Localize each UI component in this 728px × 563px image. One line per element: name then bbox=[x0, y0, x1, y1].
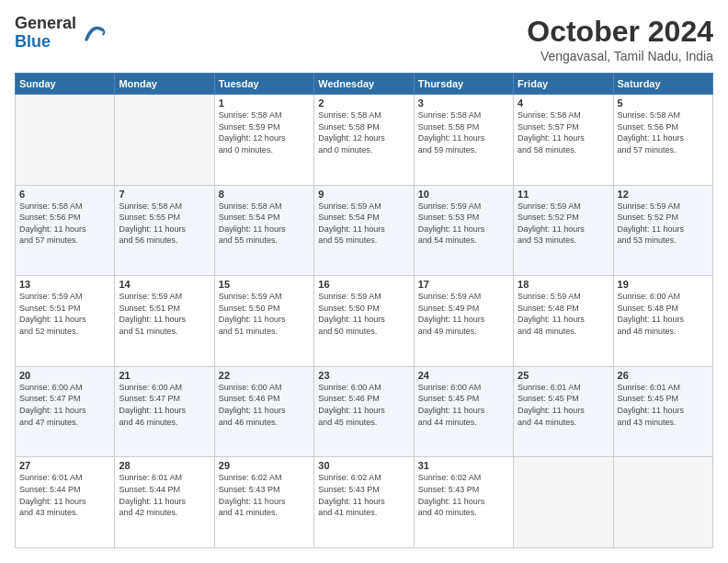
col-monday: Monday bbox=[115, 74, 214, 95]
day-cell: 29Sunrise: 6:02 AM Sunset: 5:43 PM Dayli… bbox=[214, 457, 313, 548]
day-number: 20 bbox=[19, 370, 110, 381]
day-info: Sunrise: 5:58 AM Sunset: 5:55 PM Dayligh… bbox=[119, 201, 210, 247]
day-info: Sunrise: 6:00 AM Sunset: 5:48 PM Dayligh… bbox=[618, 291, 709, 337]
day-cell: 10Sunrise: 5:59 AM Sunset: 5:53 PM Dayli… bbox=[414, 185, 513, 276]
week-row-2: 6Sunrise: 5:58 AM Sunset: 5:56 PM Daylig… bbox=[16, 185, 713, 276]
logo-general-text: General bbox=[15, 14, 76, 32]
calendar-subtitle: Vengavasal, Tamil Nadu, India bbox=[527, 49, 713, 63]
day-info: Sunrise: 5:59 AM Sunset: 5:50 PM Dayligh… bbox=[219, 291, 310, 337]
day-info: Sunrise: 6:00 AM Sunset: 5:45 PM Dayligh… bbox=[418, 382, 509, 428]
day-cell: 5Sunrise: 5:58 AM Sunset: 5:56 PM Daylig… bbox=[613, 95, 712, 186]
day-cell: 6Sunrise: 5:58 AM Sunset: 5:56 PM Daylig… bbox=[16, 185, 115, 276]
day-info: Sunrise: 5:59 AM Sunset: 5:52 PM Dayligh… bbox=[518, 201, 609, 247]
day-cell: 25Sunrise: 6:01 AM Sunset: 5:45 PM Dayli… bbox=[514, 366, 613, 457]
day-number: 1 bbox=[219, 98, 310, 109]
day-info: Sunrise: 6:00 AM Sunset: 5:46 PM Dayligh… bbox=[219, 382, 310, 428]
day-info: Sunrise: 6:01 AM Sunset: 5:44 PM Dayligh… bbox=[119, 472, 210, 518]
day-number: 18 bbox=[518, 279, 609, 290]
day-cell: 27Sunrise: 6:01 AM Sunset: 5:44 PM Dayli… bbox=[16, 457, 115, 548]
day-number: 28 bbox=[119, 460, 210, 471]
day-cell: 30Sunrise: 6:02 AM Sunset: 5:43 PM Dayli… bbox=[314, 457, 414, 548]
day-info: Sunrise: 6:02 AM Sunset: 5:43 PM Dayligh… bbox=[418, 472, 509, 518]
day-info: Sunrise: 6:01 AM Sunset: 5:44 PM Dayligh… bbox=[19, 472, 110, 518]
day-number: 13 bbox=[19, 279, 110, 290]
day-number: 15 bbox=[219, 279, 310, 290]
day-cell bbox=[613, 457, 712, 548]
col-wednesday: Wednesday bbox=[314, 74, 414, 95]
day-info: Sunrise: 5:58 AM Sunset: 5:56 PM Dayligh… bbox=[19, 201, 110, 247]
day-number: 11 bbox=[518, 189, 609, 200]
day-number: 4 bbox=[518, 98, 609, 109]
day-number: 30 bbox=[318, 460, 409, 471]
day-number: 12 bbox=[618, 189, 709, 200]
day-info: Sunrise: 5:59 AM Sunset: 5:52 PM Dayligh… bbox=[618, 201, 709, 247]
day-number: 23 bbox=[318, 370, 409, 381]
day-cell bbox=[115, 95, 214, 186]
col-saturday: Saturday bbox=[613, 74, 712, 95]
day-cell: 13Sunrise: 5:59 AM Sunset: 5:51 PM Dayli… bbox=[16, 276, 115, 367]
day-info: Sunrise: 6:00 AM Sunset: 5:47 PM Dayligh… bbox=[119, 382, 210, 428]
day-cell: 2Sunrise: 5:58 AM Sunset: 5:58 PM Daylig… bbox=[314, 95, 414, 186]
day-number: 29 bbox=[219, 460, 310, 471]
day-cell: 3Sunrise: 5:58 AM Sunset: 5:58 PM Daylig… bbox=[414, 95, 513, 186]
day-number: 26 bbox=[618, 370, 709, 381]
day-info: Sunrise: 5:59 AM Sunset: 5:49 PM Dayligh… bbox=[418, 291, 509, 337]
header-row: Sunday Monday Tuesday Wednesday Thursday… bbox=[16, 74, 713, 95]
logo: General Blue bbox=[15, 15, 106, 52]
day-number: 16 bbox=[318, 279, 409, 290]
day-info: Sunrise: 5:59 AM Sunset: 5:51 PM Dayligh… bbox=[19, 291, 110, 337]
day-number: 5 bbox=[618, 98, 709, 109]
day-cell: 15Sunrise: 5:59 AM Sunset: 5:50 PM Dayli… bbox=[214, 276, 313, 367]
logo-blue-text: Blue bbox=[15, 32, 51, 51]
day-cell: 20Sunrise: 6:00 AM Sunset: 5:47 PM Dayli… bbox=[16, 366, 115, 457]
col-sunday: Sunday bbox=[16, 74, 115, 95]
day-number: 22 bbox=[219, 370, 310, 381]
col-thursday: Thursday bbox=[414, 74, 513, 95]
day-number: 2 bbox=[318, 98, 409, 109]
day-cell bbox=[514, 457, 613, 548]
day-number: 19 bbox=[618, 279, 709, 290]
day-number: 31 bbox=[418, 460, 509, 471]
day-info: Sunrise: 5:59 AM Sunset: 5:53 PM Dayligh… bbox=[418, 201, 509, 247]
col-tuesday: Tuesday bbox=[214, 74, 313, 95]
day-number: 24 bbox=[418, 370, 509, 381]
day-info: Sunrise: 6:02 AM Sunset: 5:43 PM Dayligh… bbox=[219, 472, 310, 518]
page: General Blue October 2024 Vengavasal, Ta… bbox=[0, 0, 728, 563]
day-cell: 28Sunrise: 6:01 AM Sunset: 5:44 PM Dayli… bbox=[115, 457, 214, 548]
day-cell: 16Sunrise: 5:59 AM Sunset: 5:50 PM Dayli… bbox=[314, 276, 414, 367]
day-cell: 26Sunrise: 6:01 AM Sunset: 5:45 PM Dayli… bbox=[613, 366, 712, 457]
day-info: Sunrise: 5:58 AM Sunset: 5:54 PM Dayligh… bbox=[219, 201, 310, 247]
day-number: 8 bbox=[219, 189, 310, 200]
day-cell: 12Sunrise: 5:59 AM Sunset: 5:52 PM Dayli… bbox=[613, 185, 712, 276]
day-info: Sunrise: 5:58 AM Sunset: 5:58 PM Dayligh… bbox=[318, 109, 409, 155]
day-cell: 31Sunrise: 6:02 AM Sunset: 5:43 PM Dayli… bbox=[414, 457, 513, 548]
day-info: Sunrise: 6:01 AM Sunset: 5:45 PM Dayligh… bbox=[618, 382, 709, 428]
day-info: Sunrise: 6:00 AM Sunset: 5:47 PM Dayligh… bbox=[19, 382, 110, 428]
week-row-1: 1Sunrise: 5:58 AM Sunset: 5:59 PM Daylig… bbox=[16, 95, 713, 186]
day-cell: 4Sunrise: 5:58 AM Sunset: 5:57 PM Daylig… bbox=[514, 95, 613, 186]
week-row-3: 13Sunrise: 5:59 AM Sunset: 5:51 PM Dayli… bbox=[16, 276, 713, 367]
day-number: 21 bbox=[119, 370, 210, 381]
day-number: 7 bbox=[119, 189, 210, 200]
day-cell: 14Sunrise: 5:59 AM Sunset: 5:51 PM Dayli… bbox=[115, 276, 214, 367]
day-info: Sunrise: 6:01 AM Sunset: 5:45 PM Dayligh… bbox=[518, 382, 609, 428]
day-cell: 9Sunrise: 5:59 AM Sunset: 5:54 PM Daylig… bbox=[314, 185, 414, 276]
day-cell: 23Sunrise: 6:00 AM Sunset: 5:46 PM Dayli… bbox=[314, 366, 414, 457]
day-info: Sunrise: 5:58 AM Sunset: 5:56 PM Dayligh… bbox=[618, 109, 709, 155]
header: General Blue October 2024 Vengavasal, Ta… bbox=[15, 15, 713, 63]
day-cell bbox=[16, 95, 115, 186]
day-number: 14 bbox=[119, 279, 210, 290]
day-cell: 17Sunrise: 5:59 AM Sunset: 5:49 PM Dayli… bbox=[414, 276, 513, 367]
day-cell: 21Sunrise: 6:00 AM Sunset: 5:47 PM Dayli… bbox=[115, 366, 214, 457]
day-cell: 18Sunrise: 5:59 AM Sunset: 5:48 PM Dayli… bbox=[514, 276, 613, 367]
day-info: Sunrise: 5:59 AM Sunset: 5:48 PM Dayligh… bbox=[518, 291, 609, 337]
day-number: 25 bbox=[518, 370, 609, 381]
day-info: Sunrise: 5:59 AM Sunset: 5:50 PM Dayligh… bbox=[318, 291, 409, 337]
day-info: Sunrise: 6:02 AM Sunset: 5:43 PM Dayligh… bbox=[318, 472, 409, 518]
day-cell: 19Sunrise: 6:00 AM Sunset: 5:48 PM Dayli… bbox=[613, 276, 712, 367]
logo-icon bbox=[80, 20, 106, 46]
week-row-5: 27Sunrise: 6:01 AM Sunset: 5:44 PM Dayli… bbox=[16, 457, 713, 548]
day-info: Sunrise: 5:59 AM Sunset: 5:51 PM Dayligh… bbox=[119, 291, 210, 337]
day-cell: 7Sunrise: 5:58 AM Sunset: 5:55 PM Daylig… bbox=[115, 185, 214, 276]
day-cell: 24Sunrise: 6:00 AM Sunset: 5:45 PM Dayli… bbox=[414, 366, 513, 457]
